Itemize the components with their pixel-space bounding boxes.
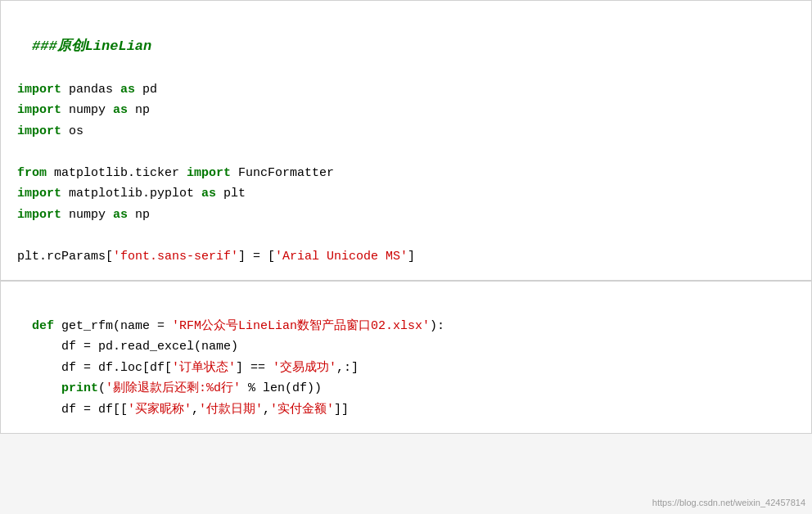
watermark: https://blog.csdn.net/weixin_42457814 xyxy=(652,498,805,507)
from-matplotlib-ticker: from matplotlib.ticker import FuncFormat… xyxy=(17,166,334,180)
blank-line-2 xyxy=(17,145,25,159)
code-block-2: def get_rfm(name = 'RFM公众号LineLian数智产品窗口… xyxy=(0,281,812,434)
def-get-rfm: def get_rfm(name = 'RFM公众号LineLian数智产品窗口… xyxy=(32,319,444,333)
df-loc-filter: df = df.loc[df['订单状态'] == '交易成功',:] xyxy=(17,361,359,375)
import-numpy-2: import numpy as np xyxy=(17,208,150,222)
df-read-excel: df = pd.read_excel(name) xyxy=(17,340,238,354)
blank-line-1 xyxy=(17,61,25,75)
heading-line: ###原创LineLian xyxy=(32,38,151,54)
print-statement: print('剔除退款后还剩:%d行' % len(df)) xyxy=(17,381,322,395)
code-block-1: ###原创LineLian import pandas as pd import… xyxy=(0,0,812,281)
import-matplotlib-pyplot: import matplotlib.pyplot as plt xyxy=(17,187,246,201)
blank-line-3 xyxy=(17,228,25,242)
rcparams-line: plt.rcParams['font.sans-serif'] = ['Aria… xyxy=(17,250,415,264)
import-numpy-1: import numpy as np xyxy=(17,103,150,117)
df-column-select: df = df[['买家昵称','付款日期','实付金额']] xyxy=(17,403,349,417)
import-pandas: import pandas as pd xyxy=(17,83,157,97)
import-os: import os xyxy=(17,124,83,138)
